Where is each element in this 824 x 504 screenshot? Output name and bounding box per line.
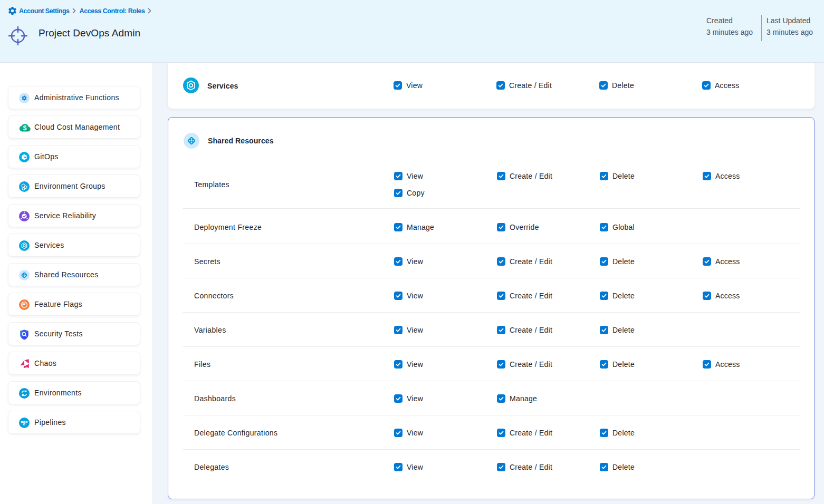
- svg-text:$: $: [23, 124, 27, 132]
